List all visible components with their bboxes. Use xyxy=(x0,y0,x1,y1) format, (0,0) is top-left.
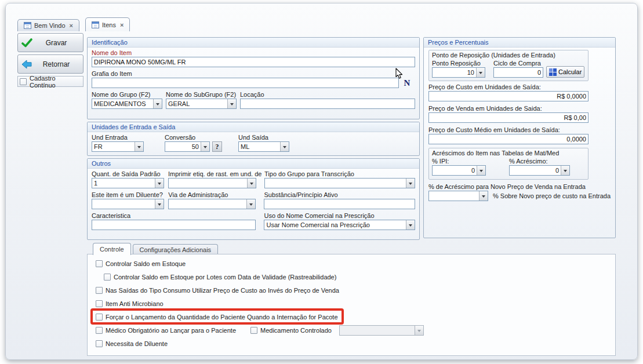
ipi-dropdown[interactable]: 0 xyxy=(432,165,486,176)
cadastro-continuo-checkbox[interactable] xyxy=(20,78,27,85)
checkbox-label: Forçar o Lançamento da Quantidade do Pac… xyxy=(106,314,338,321)
identificacao-title: Identificação xyxy=(88,38,419,48)
dropdown-arrow-icon[interactable] xyxy=(155,179,164,188)
identificacao-groupbox: Identificação Nome do Item Grafia do Ite… xyxy=(87,37,420,119)
outros-groupbox: Outros Quant. de Saída Padrão 1 Imprimir… xyxy=(87,158,420,240)
controlar-saldo-checkbox[interactable] xyxy=(96,260,103,267)
conversao-dropdown[interactable]: 50 xyxy=(165,141,210,152)
medico-obrigatorio-checkbox[interactable] xyxy=(96,327,103,334)
venda-saida-label: Preço de Venda em Unidades de Saida: xyxy=(428,105,611,112)
tab-label: Itens xyxy=(102,21,116,28)
dropdown-arrow-icon[interactable] xyxy=(247,179,256,188)
controlar-saldo-lotes-checkbox[interactable] xyxy=(104,274,111,281)
und-entrada-dropdown[interactable]: FR xyxy=(92,141,144,152)
dropdown-arrow-icon[interactable] xyxy=(479,191,488,201)
tab-itens[interactable]: Itens × xyxy=(85,17,130,31)
dropdown-arrow-icon[interactable] xyxy=(476,68,485,77)
locacao-label: Locação xyxy=(240,91,415,99)
custo-medio-input[interactable] xyxy=(428,134,588,144)
grafia-input[interactable] xyxy=(92,78,399,88)
saidas-consumo-row: Nas Saídas do Tipo Consumo Utilizar Preç… xyxy=(96,286,615,295)
substancia-input[interactable] xyxy=(264,199,415,209)
substancia-label: Substância/Princípio Ativo xyxy=(264,191,415,199)
checkbox-label: Necessita de Diluente xyxy=(106,340,168,347)
locacao-input[interactable] xyxy=(240,99,415,109)
forcar-lancamento-checkbox[interactable] xyxy=(96,314,103,321)
anti-microbiano-checkbox[interactable] xyxy=(96,300,103,307)
via-administracao-dropdown[interactable] xyxy=(168,199,256,209)
dropdown-arrow-icon[interactable] xyxy=(246,199,255,209)
dropdown-arrow-icon[interactable] xyxy=(135,142,143,151)
calcular-button[interactable]: Calcular xyxy=(546,66,584,78)
custo-medio-label: Preço de Custo Médio em Unidades de Saíd… xyxy=(428,126,611,134)
necessita-diluente-checkbox[interactable] xyxy=(96,340,103,347)
dropdown-arrow-icon[interactable] xyxy=(280,142,289,151)
dropdown-arrow-icon[interactable] xyxy=(406,179,415,188)
caracteristica-label: Caracteristica xyxy=(92,212,256,220)
und-saida-label: Und Saída xyxy=(238,134,289,141)
ciclo-compra-input[interactable] xyxy=(493,67,543,78)
ponto-reposicao-dropdown[interactable]: 10 xyxy=(432,67,485,78)
dropdown-arrow-icon[interactable] xyxy=(561,166,569,175)
caracteristica-input[interactable] xyxy=(92,220,256,230)
conversao-label: Conversão xyxy=(165,134,222,141)
tipo-grupo-label: Tipo do Grupo para Transcrição xyxy=(264,170,415,178)
cadastro-continuo-label: Cadastro Contínuo xyxy=(30,75,81,89)
subgrupo-label: Nome do SubGrupo (F2) xyxy=(166,91,237,99)
acrescimos-box: Acréscimos do Item nas Tabelas de Mat/Me… xyxy=(428,148,588,180)
venda-saida-input[interactable] xyxy=(428,112,588,123)
acrescimo-dropdown[interactable]: 0 xyxy=(509,165,570,176)
grafia-label: Grafia do Item xyxy=(92,70,415,78)
custo-saida-label: Preço de Custo em Unidades de Saída: xyxy=(428,83,611,91)
dropdown-arrow-icon[interactable] xyxy=(201,142,209,151)
precos-title: Preços e Percentuais xyxy=(424,38,615,48)
checkbox-label: Controlar Saldo em Estoque por Lotes com… xyxy=(114,274,336,281)
grupo-label: Nome do Grupo (F2) xyxy=(92,91,162,99)
subgrupo-dropdown[interactable]: GERAL xyxy=(166,99,237,109)
precos-groupbox: Preços e Percentuais Ponto de Reposição … xyxy=(423,37,616,238)
forcar-lancamento-row: Forçar o Lançamento da Quantidade do Pac… xyxy=(96,312,615,322)
dropdown-arrow-icon[interactable] xyxy=(155,199,164,209)
dropdown-arrow-icon[interactable] xyxy=(415,326,423,335)
controlar-saldo-lotes-row: Controlar Saldo em Estoque por Lotes com… xyxy=(104,272,615,282)
medicamento-controlado-checkbox[interactable] xyxy=(250,327,257,334)
checkbox-label: Nas Saídas do Tipo Consumo Utilizar Preç… xyxy=(106,287,339,294)
help-icon[interactable]: ? xyxy=(212,141,222,152)
tab-label: Bem Vindo xyxy=(34,22,66,29)
anti-microbiano-row: Item Anti Microbiano xyxy=(96,299,615,308)
uso-nome-dropdown[interactable]: Usar Nome Comercial na Prescrição xyxy=(264,220,415,230)
app-window: Bem Vindo × Itens × Gravar Retornar Cada… xyxy=(5,3,638,360)
ponto-reposicao-box: Ponto de Reposição (Unidades de Entrada)… xyxy=(428,50,588,81)
retornar-button[interactable]: Retornar xyxy=(17,54,83,74)
grupo-dropdown[interactable]: MEDICAMENTOS xyxy=(92,99,162,109)
dropdown-arrow-icon[interactable] xyxy=(227,99,236,108)
saidas-consumo-checkbox[interactable] xyxy=(96,287,103,294)
close-icon[interactable]: × xyxy=(120,21,123,28)
outros-title: Outros xyxy=(88,159,419,169)
unidades-groupbox: Unidades de Entrada e Saída Und Entrada … xyxy=(87,122,420,156)
acrescimos-group-title: Acréscimos do Item nas Tabelas de Mat/Me… xyxy=(429,148,588,157)
dropdown-arrow-icon[interactable] xyxy=(406,220,415,230)
diluente-dropdown[interactable] xyxy=(92,199,164,209)
und-saida-dropdown[interactable]: ML xyxy=(238,141,289,152)
imprimir-etiq-dropdown[interactable] xyxy=(168,178,256,188)
tipo-grupo-dropdown[interactable] xyxy=(264,178,415,188)
quant-saida-dropdown[interactable]: 1 xyxy=(92,178,164,188)
tab-bem-vindo[interactable]: Bem Vindo × xyxy=(17,19,79,31)
close-icon[interactable]: × xyxy=(70,22,73,29)
novo-preco-dropdown[interactable] xyxy=(428,191,488,201)
nome-item-input[interactable] xyxy=(92,57,415,67)
dropdown-arrow-icon[interactable] xyxy=(153,99,162,108)
gravar-button[interactable]: Gravar xyxy=(17,33,83,52)
custo-saida-input[interactable] xyxy=(428,91,588,101)
medico-obrigatorio-row: Médico Obrigatório ao Lançar para o Paci… xyxy=(96,326,615,335)
medicamento-controlado-dropdown[interactable] xyxy=(339,325,424,336)
novo-preco-label: % de Acréscimo para Novo Preço de Venda … xyxy=(428,183,611,191)
retornar-label: Retornar xyxy=(35,60,77,68)
controlar-saldo-row: Controlar Saldo em Estoque xyxy=(96,259,615,268)
via-administracao-label: Via de Administração xyxy=(168,191,256,199)
tab-controle[interactable]: Controle xyxy=(93,243,131,255)
quant-saida-label: Quant. de Saída Padrão xyxy=(92,170,164,178)
und-entrada-label: Und Entrada xyxy=(92,134,144,141)
dropdown-arrow-icon[interactable] xyxy=(477,166,485,175)
